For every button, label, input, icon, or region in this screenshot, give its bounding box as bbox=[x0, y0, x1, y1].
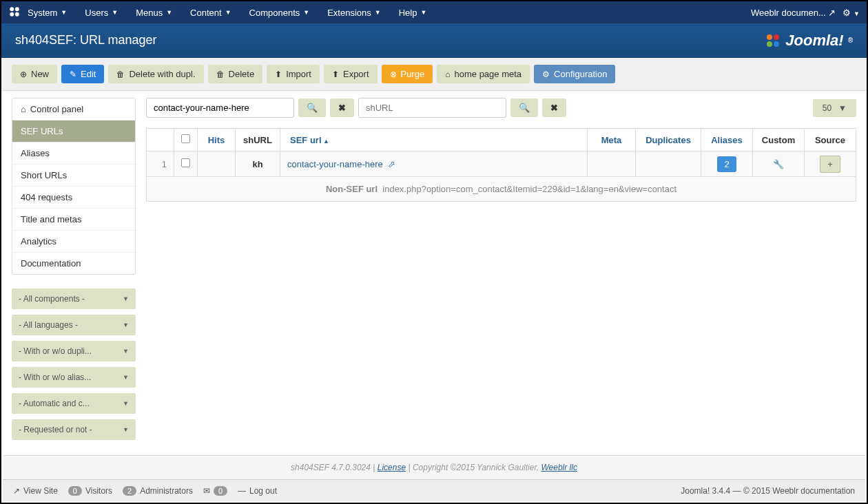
filter-automatic[interactable]: - Automatic and c...▼ bbox=[12, 393, 136, 414]
th-hits[interactable]: Hits bbox=[198, 129, 236, 151]
edit-button[interactable]: ✎Edit bbox=[61, 65, 104, 83]
caret-down-icon: ▼ bbox=[166, 9, 172, 16]
sidebar-item-404-requests[interactable]: 404 requests bbox=[12, 187, 135, 209]
search-icon: 🔍 bbox=[519, 103, 530, 113]
svg-point-6 bbox=[767, 41, 772, 47]
th-shurl: shURL bbox=[236, 129, 280, 151]
caret-down-icon: ▼ bbox=[123, 426, 129, 433]
limit-dropdown[interactable]: 50▼ bbox=[813, 99, 856, 117]
company-link[interactable]: Weeblr llc bbox=[541, 463, 577, 472]
filter-components[interactable]: - All components -▼ bbox=[12, 288, 136, 309]
th-aliases[interactable]: Aliases bbox=[701, 129, 753, 151]
wrench-icon[interactable]: 🔧 bbox=[773, 159, 784, 169]
sidebar-item-short-urls[interactable]: Short URLs bbox=[12, 165, 135, 187]
svg-point-7 bbox=[774, 41, 779, 47]
gear-icon[interactable]: ⚙ ▼ bbox=[843, 8, 860, 18]
sidebar-item-title-metas[interactable]: Title and metas bbox=[12, 209, 135, 231]
import-button[interactable]: ⬆Import bbox=[267, 65, 320, 83]
purge-button[interactable]: ⊗Purge bbox=[382, 65, 433, 83]
view-site-link[interactable]: ↗View Site bbox=[13, 486, 58, 496]
caret-down-icon: ▼ bbox=[123, 322, 129, 328]
th-source: Source bbox=[805, 129, 856, 151]
messages-status[interactable]: ✉0 bbox=[203, 486, 227, 496]
filter-requested[interactable]: - Requested or not -▼ bbox=[12, 419, 136, 440]
license-link[interactable]: License bbox=[378, 463, 406, 472]
close-icon: ✖ bbox=[550, 103, 558, 113]
configuration-button[interactable]: ⚙Configuration bbox=[534, 65, 615, 83]
delete-with-dupl-button[interactable]: 🗑Delete with dupl. bbox=[108, 65, 203, 83]
topnav-extensions[interactable]: Extensions▼ bbox=[320, 4, 388, 21]
export-button[interactable]: ⬆Export bbox=[324, 65, 378, 83]
home-icon: ⌂ bbox=[21, 104, 26, 114]
svg-point-1 bbox=[15, 7, 19, 11]
topnav-system[interactable]: System▼ bbox=[21, 4, 74, 21]
sidebar-item-control-panel[interactable]: ⌂Control panel bbox=[12, 98, 135, 120]
logout-link[interactable]: —Log out bbox=[238, 486, 277, 496]
nonsef-row: Non-SEF url index.php?option=com_contact… bbox=[147, 177, 856, 202]
th-meta[interactable]: Meta bbox=[588, 129, 636, 151]
filter-duplicates[interactable]: - With or w/o dupli...▼ bbox=[12, 341, 136, 361]
row-shurl: kh bbox=[236, 151, 280, 177]
filter-aliases[interactable]: - With or w/o alias...▼ bbox=[12, 367, 136, 388]
topnav-menus[interactable]: Menus▼ bbox=[129, 4, 179, 21]
url-table: Hits shURL SEF url Meta Duplicates Alias… bbox=[146, 128, 856, 202]
aliases-count-badge[interactable]: 2 bbox=[717, 156, 736, 172]
caret-down-icon: ▼ bbox=[112, 9, 118, 16]
homepage-meta-button[interactable]: ⌂home page meta bbox=[437, 65, 530, 83]
search-button-1[interactable]: 🔍 bbox=[298, 98, 326, 117]
product-version: sh404SEF 4.7.0.3024 bbox=[291, 463, 371, 472]
th-checkall[interactable] bbox=[174, 129, 198, 151]
row-checkbox-cell[interactable] bbox=[174, 151, 198, 177]
topnav-components[interactable]: Components▼ bbox=[242, 4, 317, 21]
sidebar-item-aliases[interactable]: Aliases bbox=[12, 143, 135, 165]
site-name-link[interactable]: Weeblr documen... ↗ bbox=[751, 8, 836, 18]
sef-url-search-input[interactable] bbox=[146, 98, 294, 118]
top-admin-nav: System▼ Users▼ Menus▼ Content▼ Component… bbox=[1, 1, 867, 23]
content-area: 🔍 ✖ 🔍 ✖ 50▼ Hits shURL SEF url Meta Dupl… bbox=[136, 98, 856, 476]
sidebar-item-analytics[interactable]: Analytics bbox=[12, 231, 135, 253]
topnav-users[interactable]: Users▼ bbox=[78, 4, 125, 21]
shurl-search-input[interactable] bbox=[358, 98, 506, 118]
caret-down-icon: ▼ bbox=[123, 295, 129, 302]
svg-point-0 bbox=[10, 7, 14, 11]
clear-search-button-1[interactable]: ✖ bbox=[330, 98, 354, 117]
topnav-help[interactable]: Help▼ bbox=[392, 4, 434, 21]
messages-count-badge: 0 bbox=[214, 486, 227, 496]
topnav-menu: System▼ Users▼ Menus▼ Content▼ Component… bbox=[21, 4, 433, 21]
new-button[interactable]: ⊕New bbox=[12, 65, 57, 83]
caret-down-icon: ▼ bbox=[225, 9, 231, 16]
caret-down-icon: ▼ bbox=[61, 9, 67, 16]
caret-down-icon: ▼ bbox=[123, 374, 129, 381]
filter-languages[interactable]: - All languages -▼ bbox=[12, 315, 136, 335]
caret-down-icon: ▼ bbox=[123, 400, 129, 407]
topnav-content[interactable]: Content▼ bbox=[183, 4, 238, 21]
sidebar-item-documentation[interactable]: Documentation bbox=[12, 253, 135, 274]
sefurl-link[interactable]: contact-your-name-here bbox=[287, 159, 383, 169]
visitors-count-badge: 0 bbox=[68, 486, 82, 496]
row-checkbox[interactable] bbox=[181, 158, 190, 167]
th-duplicates[interactable]: Duplicates bbox=[636, 129, 701, 151]
status-bar: ↗View Site 0Visitors 2Administrators ✉0 … bbox=[3, 479, 865, 501]
svg-point-5 bbox=[774, 34, 779, 40]
sidebar: ⌂Control panel SEF URLs Aliases Short UR… bbox=[12, 98, 136, 476]
mail-icon: ✉ bbox=[203, 486, 210, 496]
th-num bbox=[147, 129, 174, 151]
th-sefurl[interactable]: SEF url bbox=[280, 129, 588, 151]
row-aliases: 2 bbox=[701, 151, 753, 177]
search-button-2[interactable]: 🔍 bbox=[510, 98, 538, 117]
nonsef-value: index.php?option=com_contact&Itemid=229&… bbox=[382, 184, 676, 194]
source-add-button[interactable]: + bbox=[820, 156, 840, 173]
admins-status[interactable]: 2Administrators bbox=[123, 486, 193, 496]
checkall-checkbox[interactable] bbox=[181, 134, 190, 143]
caret-down-icon: ▼ bbox=[838, 103, 847, 113]
delete-button[interactable]: 🗑Delete bbox=[208, 65, 263, 83]
sidebar-item-sef-urls[interactable]: SEF URLs bbox=[12, 120, 135, 143]
home-icon: ⌂ bbox=[445, 70, 450, 79]
row-custom: 🔧 bbox=[753, 151, 805, 177]
external-link-icon: ↗ bbox=[828, 8, 836, 18]
svg-point-3 bbox=[15, 12, 19, 16]
external-link-icon[interactable]: ⬀ bbox=[388, 159, 395, 169]
trash-icon: 🗑 bbox=[116, 70, 125, 79]
clear-search-button-2[interactable]: ✖ bbox=[542, 98, 566, 117]
visitors-status[interactable]: 0Visitors bbox=[68, 486, 112, 496]
